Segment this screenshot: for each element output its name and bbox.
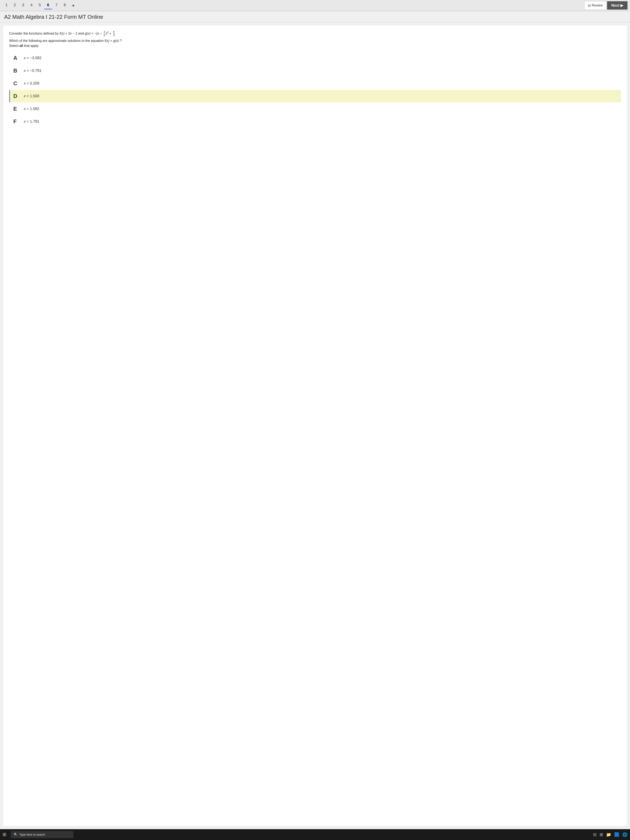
option-f-letter: F — [13, 118, 24, 125]
option-e-letter: E — [13, 106, 24, 112]
review-label: Review — [592, 3, 603, 7]
taskbar: ⊞ 🔍 Type here to search ⊟ ⊞ 📁 🟦 🌐 — [0, 829, 630, 840]
nav-num-6[interactable]: 6 — [44, 2, 52, 9]
nav-num-4[interactable]: 4 — [27, 2, 35, 9]
taskbar-search-box[interactable]: 🔍 Type here to search — [11, 831, 73, 838]
select-instruction: Select all that apply. — [9, 44, 621, 48]
option-f-text: x = 1.791 — [24, 119, 39, 124]
nav-num-3[interactable]: 3 — [19, 2, 27, 9]
option-b-letter: B — [13, 68, 24, 74]
option-c-text: x = 0.209 — [24, 81, 39, 85]
search-icon: 🔍 — [14, 833, 18, 837]
option-c[interactable]: C x = 0.209 — [9, 77, 621, 90]
taskbar-icon-edge[interactable]: 🌐 — [622, 832, 627, 837]
content-area: Consider the functions defined by f(x) =… — [3, 25, 627, 826]
option-d-text: x = 1.500 — [24, 94, 39, 98]
option-e-text: x = 1.582 — [24, 107, 39, 111]
option-c-letter: C — [13, 80, 24, 87]
option-d-letter: D — [13, 93, 24, 99]
taskbar-icon-4[interactable]: 🟦 — [614, 832, 619, 837]
option-d[interactable]: D x = 1.500 — [9, 90, 621, 102]
next-label: Next ▶ — [611, 3, 623, 8]
taskbar-icon-3[interactable]: 📁 — [606, 832, 611, 837]
review-button[interactable]: ⊟ Review — [584, 1, 606, 9]
option-b-text: x = −0.791 — [24, 68, 41, 73]
option-a-text: x = −3.582 — [24, 56, 41, 60]
next-button[interactable]: Next ▶ — [607, 1, 627, 9]
page-title: A2 Math Algebra I 21-22 Form MT Online — [0, 11, 630, 22]
taskbar-icon-2[interactable]: ⊞ — [600, 832, 603, 837]
nav-arrow-back[interactable]: ◄ — [69, 2, 77, 9]
nav-num-1[interactable]: 1 — [3, 2, 10, 9]
option-a[interactable]: A x = −3.582 — [9, 52, 621, 64]
option-a-letter: A — [13, 55, 24, 61]
nav-num-2[interactable]: 2 — [11, 2, 19, 9]
taskbar-icons: ⊟ ⊞ 📁 🟦 🌐 — [593, 832, 627, 837]
search-placeholder: Type here to search — [19, 833, 45, 836]
option-f[interactable]: F x = 1.791 — [9, 115, 621, 128]
nav-numbers: 1 2 3 4 5 6 7 8 ◄ — [3, 2, 584, 9]
option-e[interactable]: E x = 1.582 — [9, 103, 621, 115]
question-body: Which of the following are approximate s… — [9, 39, 621, 43]
windows-icon[interactable]: ⊞ — [3, 832, 6, 837]
nav-num-5[interactable]: 5 — [36, 2, 44, 9]
review-icon: ⊟ — [588, 3, 591, 8]
option-b[interactable]: B x = −0.791 — [9, 65, 621, 77]
browser-area: 1 2 3 4 5 6 7 8 ◄ ⊟ Review Next ▶ A2 Mat… — [0, 0, 630, 829]
select-bold: all — [19, 44, 23, 47]
nav-bar: 1 2 3 4 5 6 7 8 ◄ ⊟ Review Next ▶ — [0, 0, 630, 11]
nav-num-8[interactable]: 8 — [61, 2, 69, 9]
nav-num-7[interactable]: 7 — [52, 2, 60, 9]
taskbar-icon-1[interactable]: ⊟ — [593, 832, 597, 837]
select-suffix: that apply. — [23, 44, 39, 47]
question-intro: Consider the functions defined by f(x) =… — [9, 31, 621, 37]
